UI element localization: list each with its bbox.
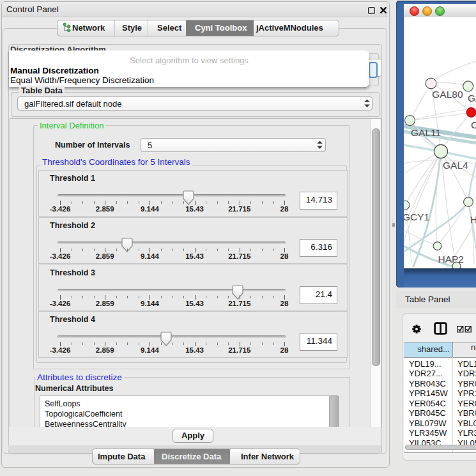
svg-text:HAP2: HAP2	[438, 254, 464, 265]
svg-text:GAL80: GAL80	[432, 89, 463, 100]
svg-text:C: C	[471, 119, 476, 130]
svg-text:GAL4: GAL4	[443, 160, 468, 171]
svg-text:GAL11: GAL11	[411, 127, 441, 138]
svg-text:H: H	[470, 214, 476, 225]
svg-text:GCY1: GCY1	[404, 211, 429, 222]
svg-text:GA: GA	[468, 93, 476, 104]
